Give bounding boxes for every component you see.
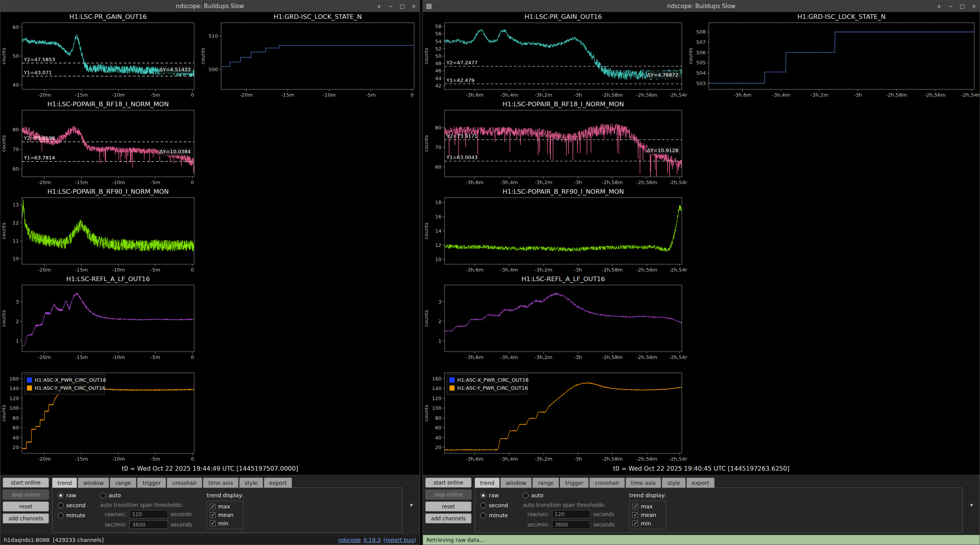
tab-crosshair[interactable]: crosshair bbox=[167, 478, 202, 488]
radio-raw[interactable]: raw bbox=[58, 492, 86, 498]
radio-auto[interactable]: auto bbox=[523, 492, 615, 498]
minimize-icon[interactable]: − bbox=[945, 3, 957, 9]
reset-button[interactable]: reset bbox=[425, 501, 472, 511]
add-channels-button[interactable]: add channels bbox=[3, 513, 49, 523]
check-min[interactable]: min bbox=[210, 520, 238, 527]
tab-trigger[interactable]: trigger bbox=[560, 478, 589, 488]
shade-icon[interactable]: ∧ bbox=[373, 3, 385, 9]
plot-lsc-pr-gain[interactable]: H1:LSC-PR_GAIN_OUT16424446485052545658-3… bbox=[423, 12, 687, 99]
svg-text:-3h,4m: -3h,4m bbox=[500, 179, 518, 185]
stop-online-button[interactable]: stop online bbox=[425, 490, 472, 500]
radio-raw[interactable]: raw bbox=[480, 492, 508, 498]
tab-crosshair[interactable]: crosshair bbox=[589, 478, 624, 488]
tab-time-axis[interactable]: time axis bbox=[203, 478, 238, 488]
svg-text:44: 44 bbox=[435, 75, 441, 81]
tab-export[interactable]: export bbox=[686, 478, 715, 488]
titlebar-right[interactable]: ndscope: Buildups Slow ∧ − □ × bbox=[423, 0, 980, 12]
plot-popair-rf90[interactable]: H1:LSC-POPAIR_B_RF90_I_NORM_MON10111213-… bbox=[0, 187, 200, 274]
start-online-button[interactable]: start online bbox=[3, 478, 49, 488]
add-channels-button[interactable]: add channels bbox=[425, 513, 472, 523]
reset-button[interactable]: reset bbox=[3, 501, 49, 511]
svg-text:0: 0 bbox=[191, 354, 194, 360]
tab-window[interactable]: window bbox=[78, 478, 109, 488]
svg-text:-3h: -3h bbox=[854, 92, 862, 98]
svg-text:2: 2 bbox=[16, 319, 19, 324]
tab-time-axis[interactable]: time axis bbox=[626, 478, 661, 488]
tab-range[interactable]: range bbox=[532, 478, 559, 488]
start-online-button[interactable]: start online bbox=[425, 478, 472, 488]
check-mean[interactable]: mean bbox=[633, 512, 661, 518]
svg-text:0: 0 bbox=[191, 179, 194, 185]
radio-minute[interactable]: minute bbox=[58, 512, 86, 518]
svg-text:510: 510 bbox=[208, 33, 218, 39]
plot-lsc-pr-gain[interactable]: H1:LSC-PR_GAIN_OUT16405060-20m-15m-10m-5… bbox=[0, 12, 200, 99]
check-min[interactable]: min bbox=[633, 520, 661, 527]
svg-text:52: 52 bbox=[435, 46, 441, 52]
svg-text:-2h,56m: -2h,56m bbox=[636, 267, 658, 273]
titlebar-left[interactable]: ndscope: Buildups Slow ∧ − □ × bbox=[0, 0, 420, 12]
radio-minute-label: minute bbox=[66, 512, 85, 518]
ndscope-link[interactable]: ndscope bbox=[338, 537, 361, 543]
svg-text:counts: counts bbox=[1, 135, 7, 152]
radio-second-indicator bbox=[480, 503, 486, 508]
svg-text:500: 500 bbox=[208, 67, 218, 72]
chevron-down-icon[interactable]: ▼ bbox=[406, 502, 417, 508]
ndscope-window-left: ndscope: Buildups Slow ∧ − □ × H1:LSC-PR… bbox=[0, 0, 420, 545]
svg-text:H1:LSC-PR_GAIN_OUT16: H1:LSC-PR_GAIN_OUT16 bbox=[525, 13, 602, 21]
tab-trend[interactable]: trend bbox=[52, 478, 77, 488]
tab-export[interactable]: export bbox=[264, 478, 292, 488]
trend-display-label: trend display: bbox=[206, 492, 243, 498]
plot-asc-pwr-circ[interactable]: 20406080100120140160-3h,6m-3h,4m-3h,2m-3… bbox=[423, 362, 687, 463]
plot-asc-pwr-circ[interactable]: 20406080100120140160-20m-15m-10m-5m0coun… bbox=[0, 362, 200, 463]
plot-popair-rf18[interactable]: H1:LSC-POPAIR_B_RF18_I_NORM_MON607080-20… bbox=[0, 99, 200, 187]
app-icon[interactable] bbox=[426, 4, 431, 9]
report-bug-link[interactable]: (report bug) bbox=[383, 537, 416, 543]
rawsec-input[interactable] bbox=[129, 510, 168, 518]
svg-text:20: 20 bbox=[435, 444, 441, 450]
close-icon[interactable]: × bbox=[408, 3, 420, 9]
close-icon[interactable]: × bbox=[968, 3, 980, 9]
check-mean[interactable]: mean bbox=[210, 512, 238, 518]
radio-auto[interactable]: auto bbox=[100, 492, 192, 498]
tab-trigger[interactable]: trigger bbox=[137, 478, 166, 488]
radio-second[interactable]: second bbox=[480, 502, 508, 508]
plot-refl-a-lf[interactable]: H1:LSC-REFL_A_LF_OUT16123-3h,6m-3h,4m-3h… bbox=[423, 274, 687, 362]
svg-text:-2h,58m: -2h,58m bbox=[602, 456, 623, 462]
check-max[interactable]: max bbox=[633, 503, 661, 510]
plot-popair-rf18[interactable]: H1:LSC-POPAIR_B_RF18_I_NORM_MON607080-3h… bbox=[423, 99, 687, 187]
rawsec-input[interactable] bbox=[552, 510, 591, 518]
tab-range[interactable]: range bbox=[110, 478, 136, 488]
tab-style[interactable]: style bbox=[662, 478, 686, 488]
maximize-icon[interactable]: □ bbox=[396, 3, 408, 9]
svg-text:-3h,6m: -3h,6m bbox=[466, 179, 483, 185]
radio-second[interactable]: second bbox=[58, 502, 86, 508]
svg-text:Y2=73.9171: Y2=73.9171 bbox=[446, 133, 478, 139]
thresholds-label: auto transition span thresholds: bbox=[523, 502, 615, 508]
minimize-icon[interactable]: − bbox=[385, 3, 396, 9]
svg-text:-15m: -15m bbox=[75, 179, 88, 185]
check-max-indicator bbox=[633, 504, 638, 509]
plot-refl-a-lf[interactable]: H1:LSC-REFL_A_LF_OUT16123-20m-15m-10m-5m… bbox=[0, 274, 200, 362]
svg-text:-2h,54m: -2h,54m bbox=[669, 456, 687, 462]
radio-minute[interactable]: minute bbox=[480, 512, 508, 518]
plot-grd-isc-lock-state[interactable]: H1:GRD-ISC_LOCK_STATE_N50350450550650750… bbox=[687, 12, 980, 99]
tab-window[interactable]: window bbox=[500, 478, 532, 488]
plot-grd-isc-lock-state[interactable]: H1:GRD-ISC_LOCK_STATE_N500510-20m-15m-10… bbox=[200, 12, 420, 99]
check-max[interactable]: max bbox=[210, 503, 238, 510]
version-link[interactable]: 0.19.3 bbox=[364, 537, 381, 543]
plot-popair-rf90[interactable]: H1:LSC-POPAIR_B_RF90_I_NORM_MON101214161… bbox=[423, 187, 687, 274]
secmin-input[interactable] bbox=[129, 520, 168, 529]
svg-text:20: 20 bbox=[12, 444, 19, 450]
svg-text:-2h,56m: -2h,56m bbox=[925, 92, 946, 98]
chevron-down-icon[interactable]: ▼ bbox=[966, 502, 977, 508]
svg-text:80: 80 bbox=[435, 415, 441, 421]
trend-tab-content: raw second minute auto auto transition s… bbox=[475, 488, 963, 533]
shade-icon[interactable]: ∧ bbox=[933, 3, 945, 9]
tab-trend[interactable]: trend bbox=[475, 478, 500, 488]
stop-online-button[interactable]: stop online bbox=[3, 490, 49, 500]
tab-style[interactable]: style bbox=[239, 478, 263, 488]
secmin-input[interactable] bbox=[552, 520, 591, 529]
maximize-icon[interactable]: □ bbox=[957, 3, 968, 9]
svg-text:-10m: -10m bbox=[112, 92, 125, 98]
svg-text:2: 2 bbox=[438, 319, 441, 324]
